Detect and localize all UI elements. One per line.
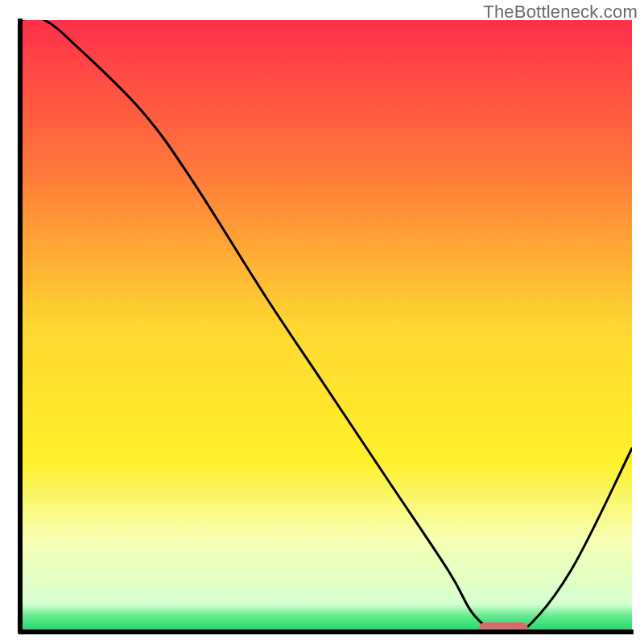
chart-container: TheBottleneck.com	[0, 0, 644, 644]
watermark-text: TheBottleneck.com	[483, 2, 638, 23]
gradient-background	[20, 20, 632, 632]
chart-svg	[0, 0, 644, 644]
